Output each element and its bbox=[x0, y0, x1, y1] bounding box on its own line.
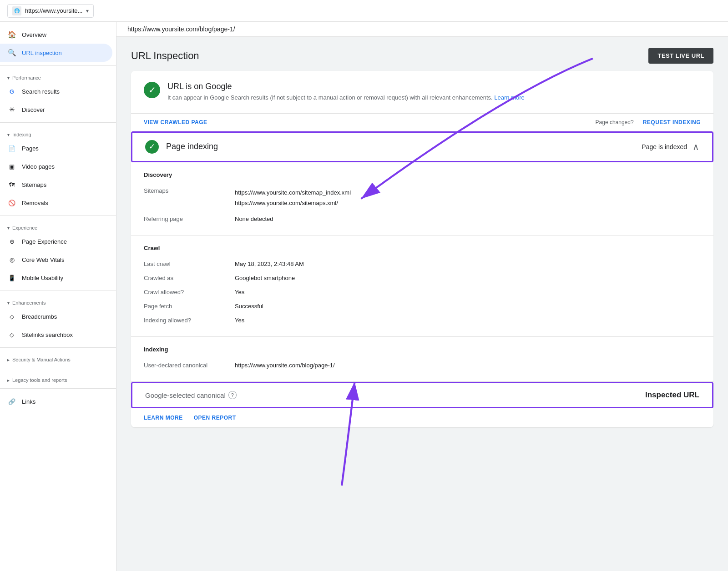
experience-arrow-icon: ▾ bbox=[7, 225, 10, 230]
indexing-allowed-row: Indexing allowed? Yes bbox=[144, 313, 701, 327]
page-indexing-title: Page indexing bbox=[166, 142, 218, 151]
sitemaps-row: Sitemaps https://www.yoursite.com/sitema… bbox=[144, 184, 701, 212]
sidebar-item-sitemaps[interactable]: 🗺 Sitemaps bbox=[0, 175, 112, 194]
sidebar-item-sitelinks-searchbox[interactable]: ◇ Sitelinks searchbox bbox=[0, 326, 112, 344]
sidebar-item-removals[interactable]: 🚫 Removals bbox=[0, 194, 112, 212]
canonical-highlighted-box: Google-selected canonical ? Inspected UR… bbox=[131, 382, 713, 408]
sidebar-item-url-inspection[interactable]: 🔍 URL inspection bbox=[0, 44, 112, 62]
test-live-url-button[interactable]: TEST LIVE URL bbox=[648, 48, 713, 64]
discovery-label: Discovery bbox=[144, 171, 701, 178]
status-title: URL is on Google bbox=[167, 82, 525, 91]
sidebar-section-security-label: Security & Manual Actions bbox=[12, 357, 71, 362]
page-indexing-right: Page is indexed ∧ bbox=[642, 141, 699, 152]
indexing-details-section: Indexing User-declared canonical https:/… bbox=[131, 337, 713, 382]
sidebar-item-page-experience[interactable]: ⊕ Page Experience bbox=[0, 232, 112, 250]
sidebar-item-core-web-vitals-label: Core Web Vitals bbox=[22, 256, 64, 263]
sidebar-divider-7 bbox=[0, 388, 116, 389]
sitemaps-key: Sitemaps bbox=[144, 187, 235, 209]
enhancements-arrow-icon: ▾ bbox=[7, 301, 10, 306]
removals-icon: 🚫 bbox=[7, 198, 16, 207]
open-report-link[interactable]: OPEN REPORT bbox=[194, 415, 236, 421]
chevron-up-icon[interactable]: ∧ bbox=[693, 141, 699, 152]
crawled-as-value: Googlebot smartphone bbox=[235, 275, 701, 281]
referring-page-key: Referring page bbox=[144, 215, 235, 222]
breadcrumbs-icon: ◇ bbox=[7, 312, 16, 321]
canonical-help-icon[interactable]: ? bbox=[228, 391, 237, 399]
site-selector[interactable]: 🌐 https://www.yoursite... ▾ bbox=[7, 4, 94, 18]
sidebar-section-performance[interactable]: ▾ Performance bbox=[0, 70, 116, 82]
sidebar-divider-6 bbox=[0, 368, 116, 368]
page-experience-icon: ⊕ bbox=[7, 237, 16, 246]
security-arrow-icon: ▸ bbox=[7, 357, 10, 362]
page-changed-label: Page changed? bbox=[596, 119, 634, 125]
user-canonical-row: User-declared canonical https://www.your… bbox=[144, 358, 701, 372]
crawl-allowed-row: Crawl allowed? Yes bbox=[144, 285, 701, 299]
sidebar-item-pages[interactable]: 📄 Pages bbox=[0, 139, 112, 157]
home-icon: 🏠 bbox=[7, 30, 16, 39]
sidebar-item-core-web-vitals[interactable]: ◎ Core Web Vitals bbox=[0, 250, 112, 269]
sidebar-item-removals-label: Removals bbox=[22, 200, 48, 206]
sidebar-section-enhancements[interactable]: ▾ Enhancements bbox=[0, 295, 116, 307]
sidebar-item-discover[interactable]: ✳ Discover bbox=[0, 100, 112, 119]
sidebar-divider-2 bbox=[0, 122, 116, 123]
crawled-as-key: Crawled as bbox=[144, 275, 235, 281]
sidebar-section-experience[interactable]: ▾ Experience bbox=[0, 220, 116, 232]
learn-more-footer-link[interactable]: LEARN MORE bbox=[144, 415, 183, 421]
sitemap-val-2: https://www.yoursite.com/sitemaps.xml/ bbox=[235, 198, 701, 208]
sidebar-section-indexing[interactable]: ▾ Indexing bbox=[0, 126, 116, 139]
page-title: URL Inspection bbox=[131, 50, 199, 62]
user-canonical-key: User-declared canonical bbox=[144, 362, 235, 369]
sidebar-divider-3 bbox=[0, 215, 116, 216]
last-crawl-row: Last crawl May 18, 2023, 2:43:48 AM bbox=[144, 257, 701, 271]
learn-more-link[interactable]: Learn more bbox=[494, 94, 524, 101]
view-crawled-page-link[interactable]: VIEW CRAWLED PAGE bbox=[144, 119, 207, 125]
sidebar-item-discover-label: Discover bbox=[22, 106, 45, 113]
sidebar-item-url-inspection-label: URL inspection bbox=[22, 50, 62, 56]
sidebar-item-page-experience-label: Page Experience bbox=[22, 238, 67, 245]
sidebar-divider-1 bbox=[0, 65, 116, 66]
sidebar-item-links[interactable]: 🔗 Links bbox=[0, 392, 112, 411]
status-text-container: URL is on Google It can appear in Google… bbox=[167, 82, 525, 102]
core-web-vitals-icon: ◎ bbox=[7, 255, 16, 264]
search-icon: 🔍 bbox=[7, 48, 16, 57]
indexing-details-label: Indexing bbox=[144, 346, 701, 353]
sidebar-section-legacy[interactable]: ▸ Legacy tools and reports bbox=[0, 372, 116, 385]
sidebar-item-breadcrumbs[interactable]: ◇ Breadcrumbs bbox=[0, 307, 112, 326]
links-icon: 🔗 bbox=[7, 397, 16, 406]
sidebar-item-search-results-label: Search results bbox=[22, 88, 60, 95]
sidebar-item-overview[interactable]: 🏠 Overview bbox=[0, 25, 112, 44]
crawl-allowed-key: Crawl allowed? bbox=[144, 289, 235, 296]
status-description: It can appear in Google Search results (… bbox=[167, 93, 525, 102]
user-canonical-value: https://www.yoursite.com/blog/page-1/ bbox=[235, 362, 701, 369]
sidebar-item-overview-label: Overview bbox=[22, 31, 46, 38]
sidebar-item-sitelinks-label: Sitelinks searchbox bbox=[22, 331, 73, 338]
sitemaps-value: https://www.yoursite.com/sitemap_index.x… bbox=[235, 187, 701, 209]
sidebar-item-video-pages[interactable]: ▣ Video pages bbox=[0, 157, 112, 175]
google-g-icon: G bbox=[7, 87, 16, 96]
mobile-usability-icon: 📱 bbox=[7, 273, 16, 282]
referring-page-value: None detected bbox=[235, 215, 701, 222]
referring-page-row: Referring page None detected bbox=[144, 212, 701, 226]
legacy-arrow-icon: ▸ bbox=[7, 378, 10, 383]
indexing-arrow-icon: ▾ bbox=[7, 132, 10, 137]
site-favicon: 🌐 bbox=[12, 6, 21, 15]
status-banner: ✓ URL is on Google It can appear in Goog… bbox=[131, 71, 713, 114]
page-changed-area: Page changed? REQUEST INDEXING bbox=[596, 119, 701, 125]
last-crawl-value: May 18, 2023, 2:43:48 AM bbox=[235, 260, 701, 267]
content-area: ✓ URL is on Google It can appear in Goog… bbox=[116, 71, 728, 443]
sitemap-val-1: https://www.yoursite.com/sitemap_index.x… bbox=[235, 187, 701, 198]
crawl-section: Crawl Last crawl May 18, 2023, 2:43:48 A… bbox=[131, 235, 713, 337]
request-indexing-link[interactable]: REQUEST INDEXING bbox=[643, 119, 701, 125]
main-content: https://www.yoursite.com/blog/page-1/ UR… bbox=[116, 22, 728, 571]
sidebar-item-mobile-usability[interactable]: 📱 Mobile Usability bbox=[0, 269, 112, 287]
video-pages-icon: ▣ bbox=[7, 162, 16, 171]
sidebar-section-security[interactable]: ▸ Security & Manual Actions bbox=[0, 351, 116, 364]
crawl-allowed-value: Yes bbox=[235, 289, 701, 296]
status-green-icon: ✓ bbox=[144, 82, 160, 98]
sidebar-item-search-results[interactable]: G Search results bbox=[0, 82, 112, 100]
sidebar-section-performance-label: Performance bbox=[12, 75, 41, 80]
page-indexing-row: ✓ Page indexing Page is indexed ∧ bbox=[132, 133, 712, 161]
sitelinks-icon: ◇ bbox=[7, 330, 16, 339]
crawl-label: Crawl bbox=[144, 245, 701, 251]
indexing-allowed-value: Yes bbox=[235, 317, 701, 324]
